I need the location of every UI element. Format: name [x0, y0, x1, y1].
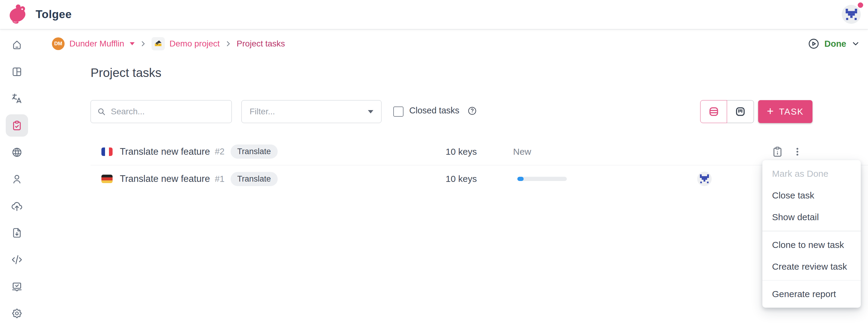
board-view-icon — [734, 106, 746, 118]
play-circle-icon — [808, 38, 820, 50]
task-title: Translate new feature — [120, 146, 210, 157]
user-identicon-icon — [846, 9, 857, 20]
closed-tasks-label: Closed tasks — [409, 106, 459, 115]
task-title: Translate new feature — [120, 173, 210, 184]
projects-layout-icon — [11, 66, 23, 77]
breadcrumb-chevron-icon — [140, 40, 147, 47]
assignee-avatar[interactable] — [697, 172, 712, 186]
board-view-toggle-button[interactable] — [727, 100, 754, 123]
breadcrumb-project-link[interactable]: Demo project — [169, 39, 220, 48]
menu-item-generate-report[interactable]: Generate report — [763, 283, 861, 305]
sidebar-item-import[interactable] — [3, 193, 30, 219]
task-state: New — [513, 146, 531, 157]
logo[interactable]: Tolgee — [0, 2, 72, 27]
sidebar-item-integrate[interactable] — [3, 246, 30, 273]
dots-vertical-icon — [792, 146, 803, 157]
sidebar-item-settings[interactable] — [3, 300, 30, 327]
tolgee-mouse-logo-icon — [7, 2, 30, 27]
task-progress-bar — [517, 177, 567, 181]
search-icon — [97, 106, 106, 117]
task-menu-button[interactable] — [792, 146, 803, 157]
developer-laptop-check-icon — [11, 280, 23, 293]
task-row-actions — [771, 146, 803, 158]
closed-tasks-checkbox[interactable] — [393, 106, 404, 117]
filter-select[interactable]: Filter... — [242, 100, 381, 123]
breadcrumb-current-page: Project tasks — [237, 39, 285, 48]
context-menu-group: Clone to new task Create review task — [763, 231, 861, 280]
clipboard-detail-icon — [771, 146, 783, 158]
top-app-bar: Tolgee — [0, 0, 868, 29]
menu-item-create-review-task[interactable]: Create review task — [763, 256, 861, 277]
add-task-button[interactable]: + TASK — [758, 100, 812, 123]
breadcrumb: DM Dunder Mufflin Demo project Project t… — [34, 34, 868, 53]
breadcrumb-chevron-icon — [224, 40, 232, 47]
german-flag-icon — [101, 175, 113, 183]
french-flag-icon — [101, 147, 113, 156]
guide-status-label: Done — [825, 39, 846, 49]
integrate-code-icon — [11, 254, 23, 266]
plus-icon: + — [767, 105, 774, 118]
project-avatar-cheese-icon[interactable] — [152, 37, 165, 51]
home-icon — [11, 39, 23, 51]
guide-status-dropdown[interactable]: Done — [808, 34, 861, 53]
list-view-toggle-button[interactable] — [700, 100, 727, 123]
task-progress-fill — [517, 177, 524, 181]
notification-dot — [858, 2, 863, 8]
context-menu-group: Generate report — [763, 280, 861, 308]
sidebar-item-members[interactable] — [3, 166, 30, 193]
task-keys-count: 10 keys — [392, 174, 477, 184]
menu-item-clone-to-new-task[interactable]: Clone to new task — [763, 234, 861, 256]
members-user-icon — [11, 173, 23, 185]
settings-gear-icon — [11, 308, 23, 319]
filter-placeholder: Filter... — [250, 107, 368, 116]
organization-avatar[interactable]: DM — [52, 37, 65, 50]
app-title: Tolgee — [36, 8, 72, 21]
export-file-download-icon — [11, 227, 23, 239]
context-menu-group: Mark as Done Close task Show detail — [763, 160, 861, 231]
task-context-menu: Mark as Done Close task Show detail Clon… — [763, 160, 861, 308]
sidebar-nav — [0, 29, 34, 333]
import-cloud-upload-icon — [11, 200, 23, 212]
menu-item-close-task[interactable]: Close task — [763, 185, 861, 206]
languages-globe-icon — [11, 146, 23, 158]
menu-item-show-detail[interactable]: Show detail — [763, 206, 861, 228]
task-number: #1 — [215, 174, 224, 184]
assignee-identicon-icon — [700, 174, 709, 184]
task-list: Translate new feature #2 Translate 10 ke… — [91, 138, 868, 193]
task-type-badge: Translate — [230, 172, 278, 186]
user-avatar[interactable] — [842, 5, 861, 24]
add-task-label: TASK — [779, 107, 804, 117]
page-title: Project tasks — [91, 66, 161, 80]
sidebar-item-developer[interactable] — [3, 273, 30, 300]
chevron-down-icon — [851, 39, 860, 48]
task-row[interactable]: Translate new feature #2 Translate 10 ke… — [91, 138, 868, 165]
sidebar-item-home[interactable] — [3, 31, 30, 58]
sidebar-item-export[interactable] — [3, 219, 30, 246]
task-type-badge: Translate — [230, 144, 278, 159]
closed-tasks-help-icon[interactable] — [467, 106, 477, 117]
task-keys-count: 10 keys — [392, 146, 477, 157]
task-row[interactable]: Translate new feature #1 Translate 10 ke… — [91, 165, 868, 193]
task-number: #2 — [215, 146, 224, 157]
controls-row: Filter... Closed tasks + TASK — [0, 100, 868, 124]
breadcrumb-organization-link[interactable]: Dunder Mufflin — [69, 39, 124, 48]
search-input[interactable] — [111, 107, 225, 116]
view-toggle-group — [700, 100, 754, 123]
task-detail-button[interactable] — [771, 146, 783, 158]
list-view-icon — [708, 106, 720, 118]
organization-caret-down-icon[interactable] — [130, 42, 134, 45]
sidebar-item-languages[interactable] — [3, 139, 30, 166]
sidebar-item-projects[interactable] — [3, 58, 30, 85]
search-box — [91, 100, 232, 123]
menu-item-mark-as-done: Mark as Done — [763, 163, 861, 185]
filter-caret-down-icon — [368, 110, 373, 113]
